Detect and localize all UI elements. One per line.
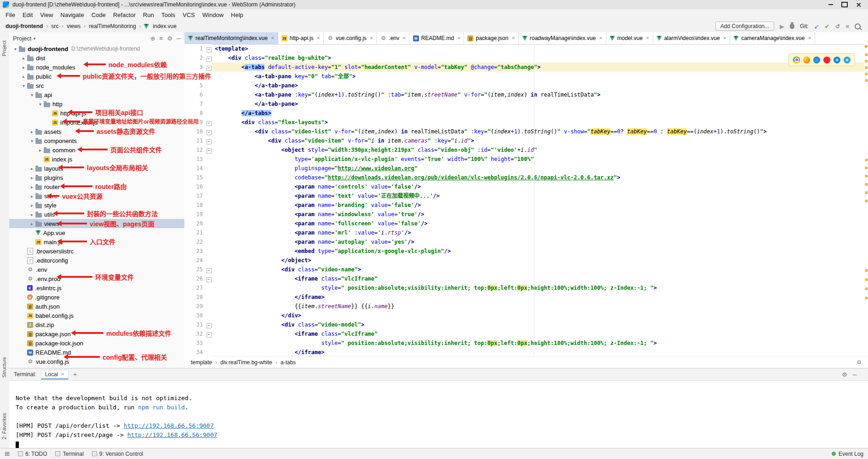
chevron-right-icon[interactable]: ▸: [29, 129, 35, 134]
editor-tab-realtimemonitoring-index.vue[interactable]: realTimeMonitoring\index.vue✕: [184, 32, 278, 44]
chevron-right-icon[interactable]: ▸: [20, 65, 27, 70]
tree-item-.eslintrc.js[interactable]: E.eslintrc.js: [9, 283, 184, 293]
close-icon[interactable]: ✕: [723, 36, 727, 40]
tree-item-plugins[interactable]: ▸plugins: [9, 173, 184, 182]
new-terminal-icon[interactable]: +: [73, 371, 77, 378]
tree-item-router[interactable]: ▸router: [9, 182, 184, 191]
chevron-right-icon[interactable]: ▸: [29, 212, 35, 217]
tree-item-dist.zip[interactable]: Zdist.zip: [9, 320, 184, 329]
editor-tab-readme.md[interactable]: MREADME.md✕: [410, 32, 465, 44]
chevron-down-icon[interactable]: ▾: [29, 138, 35, 143]
statusbar-terminal[interactable]: Terminal: [55, 451, 83, 457]
terminal-link[interactable]: http://192.168.66.56:9007: [124, 422, 214, 429]
tree-item-babel.config.js[interactable]: JSbabel.config.js: [9, 311, 184, 320]
collapse-all-icon[interactable]: ≡: [160, 35, 163, 42]
edge-browser-icon[interactable]: e: [834, 57, 840, 63]
chevron-down-icon[interactable]: ▾: [37, 102, 44, 107]
breadcrumb-item-index.vue[interactable]: index.vue: [152, 23, 178, 29]
tool-stripe-structure[interactable]: Structure: [1, 357, 7, 378]
menu-code[interactable]: Code: [88, 11, 109, 19]
close-icon[interactable]: ✕: [599, 36, 603, 40]
menu-edit[interactable]: Edit: [19, 11, 36, 19]
maximize-button[interactable]: [838, 0, 851, 9]
statusbar-6-todo[interactable]: 6: TODO: [18, 451, 47, 457]
tree-item-package.json[interactable]: {}package.json: [9, 329, 184, 339]
editor-tab-model.vue[interactable]: model.vue✕: [606, 32, 653, 44]
editor-tab-http-api.js[interactable]: JShttp-api.js✕: [278, 32, 324, 44]
tool-window-switcher-icon[interactable]: ⊞: [5, 450, 10, 457]
tree-item-.gitignore[interactable]: G.gitignore: [9, 293, 184, 302]
fold-marker-icon[interactable]: −: [206, 127, 212, 136]
debug-icon[interactable]: [790, 23, 794, 29]
menu-refactor[interactable]: Refactor: [109, 11, 139, 19]
breadcrumb-item-views[interactable]: views: [66, 23, 81, 29]
tree-item-api[interactable]: ▾api: [9, 90, 184, 99]
close-icon[interactable]: ✕: [457, 36, 461, 40]
menu-vcs[interactable]: VCS: [179, 11, 199, 19]
chevron-right-icon[interactable]: ▸: [29, 203, 35, 208]
fold-marker-icon[interactable]: −: [206, 329, 212, 339]
terminal-output[interactable]: Note that the development build is not o…: [9, 381, 868, 449]
tree-item-.env[interactable]: ⚙.env: [9, 265, 184, 274]
close-icon[interactable]: ✕: [402, 36, 406, 40]
tree-item-main.js[interactable]: JSmain.js: [9, 237, 184, 247]
code-editor[interactable]: 1−<template>2− <div class="realTime bg-w…: [184, 44, 864, 356]
tree-item-duoji-frontend[interactable]: ▾duoji-frontendD:\zheheWeb\duoji-fronten…: [9, 44, 184, 53]
close-icon[interactable]: ✕: [646, 36, 650, 40]
fold-marker-icon[interactable]: −: [206, 265, 212, 274]
chevron-down-icon[interactable]: ▾: [33, 36, 35, 41]
close-icon[interactable]: ✕: [61, 372, 64, 377]
hide-panel-icon[interactable]: ─: [853, 371, 857, 378]
tree-item-app.vue[interactable]: App.vue: [9, 228, 184, 237]
menu-tools[interactable]: Tools: [158, 11, 179, 19]
tree-item-importexcel.js[interactable]: JSimportExcel.js: [9, 118, 184, 127]
terminal-tab-local[interactable]: Local ✕: [41, 370, 69, 379]
tree-item-vue.config.js[interactable]: ⚙vue.config.js: [9, 357, 184, 366]
tree-item-store[interactable]: ▸store: [9, 191, 184, 201]
chevron-right-icon[interactable]: ▸: [37, 148, 44, 153]
editor-breadcrumb-template[interactable]: template: [190, 359, 213, 366]
close-icon[interactable]: ✕: [512, 36, 515, 40]
tree-item-assets[interactable]: ▸assets: [9, 127, 184, 136]
tree-item-views[interactable]: ▸views: [9, 219, 184, 228]
editor-breadcrumb-div.realtime.bg-white[interactable]: div.realTime.bg-white: [219, 359, 273, 366]
tool-stripe-project[interactable]: Project: [1, 40, 7, 56]
menu-file[interactable]: File: [2, 11, 19, 19]
breadcrumb-item-realtimemonitoring[interactable]: realTimeMonitoring: [88, 23, 137, 29]
editor-tab-.env[interactable]: ⚙.env✕: [377, 32, 409, 44]
event-log-button[interactable]: Event Log: [832, 451, 863, 457]
gear-icon[interactable]: ⚙: [842, 371, 847, 378]
close-icon[interactable]: ✕: [808, 36, 811, 40]
tool-stripe-favorites[interactable]: 2: Favorites: [1, 413, 7, 439]
close-icon[interactable]: ✕: [370, 36, 374, 40]
tree-item-public[interactable]: ▸public: [9, 72, 184, 81]
tree-item-auth.json[interactable]: {}auth.json: [9, 302, 184, 311]
gear-icon[interactable]: ⚙: [167, 35, 172, 42]
tree-item-layouts[interactable]: ▸layouts: [9, 164, 184, 173]
safari-browser-icon[interactable]: [813, 57, 820, 63]
chevron-right-icon[interactable]: ▸: [20, 56, 27, 61]
fold-marker-icon[interactable]: −: [206, 118, 212, 127]
chevron-right-icon[interactable]: ▸: [20, 74, 27, 79]
fold-marker-icon[interactable]: −: [206, 320, 212, 329]
error-stripe[interactable]: [864, 44, 868, 356]
menu-window[interactable]: Window: [199, 11, 227, 19]
terminal-link[interactable]: http://192.168.66.56:9007: [127, 431, 218, 438]
locate-icon[interactable]: ⊕: [150, 35, 155, 42]
editor-tab-cameramanage-index.vue[interactable]: cameraManage\index.vue✕: [730, 32, 815, 44]
chrome-browser-icon[interactable]: [793, 57, 800, 63]
chevron-down-icon[interactable]: ▾: [20, 83, 27, 88]
tree-item-.browserslistrc[interactable]: .browserslistrc: [9, 247, 184, 256]
close-icon[interactable]: ✕: [317, 36, 321, 40]
tree-item-http[interactable]: ▾http: [9, 99, 184, 109]
fold-marker-icon[interactable]: −: [206, 274, 212, 283]
chevron-right-icon[interactable]: ▸: [29, 194, 35, 199]
menu-navigate[interactable]: Navigate: [57, 11, 87, 19]
git-rollback-icon[interactable]: ↺: [835, 23, 840, 29]
tree-item-readme.md[interactable]: MREADME.md: [9, 348, 184, 357]
editor-tab-roadwaymanage-index.vue[interactable]: roadwayManage\index.vue✕: [519, 32, 606, 44]
minimize-button[interactable]: [824, 0, 838, 9]
close-button[interactable]: [851, 0, 865, 9]
tree-item-package-lock.json[interactable]: {}package-lock.json: [9, 339, 184, 348]
fold-marker-icon[interactable]: −: [206, 136, 212, 145]
